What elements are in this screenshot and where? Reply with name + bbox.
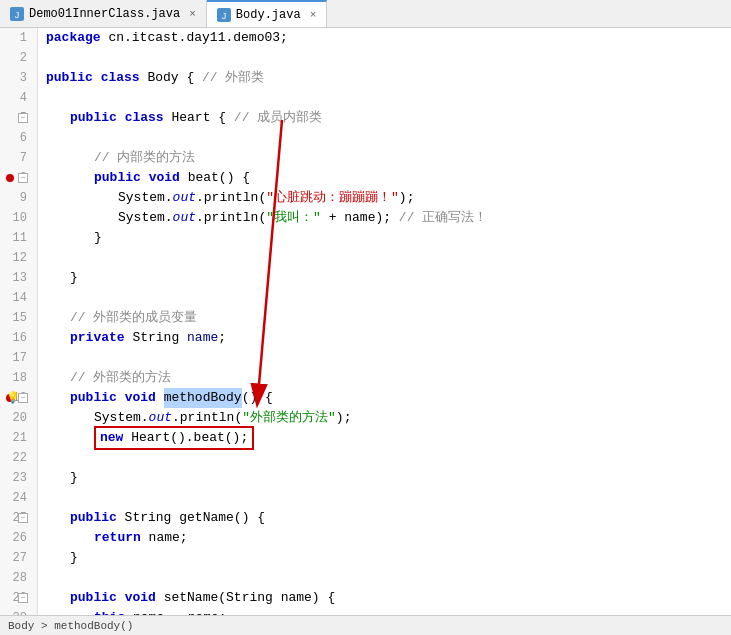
line-number-row: 26: [4, 528, 33, 548]
code-line: new Heart().beat();: [46, 428, 731, 448]
line-number-row: 13: [4, 268, 33, 288]
token-normal: Heart().beat();: [123, 430, 248, 445]
line-number: 1: [20, 28, 27, 48]
editor: 1234−567−89101112131415161718💡−192021222…: [0, 28, 731, 615]
line-number-row: 22: [4, 448, 33, 468]
line-number-row: 28: [4, 568, 33, 588]
token-normal: );: [399, 188, 415, 208]
code-line: [46, 48, 731, 68]
line-number-row: 4: [4, 88, 33, 108]
code-line: package cn.itcast.day11.demo03;: [46, 28, 731, 48]
line-number: 21: [13, 428, 27, 448]
token-kw: public: [70, 508, 117, 528]
fold-icon[interactable]: −: [18, 393, 28, 403]
line-number-row: 2: [4, 48, 33, 68]
line-number-row: −25: [4, 508, 33, 528]
line-number-row: 3: [4, 68, 33, 88]
breakpoint-dot[interactable]: [6, 174, 14, 182]
token-out-italic: out: [173, 208, 196, 228]
token-kw-void: void: [125, 388, 156, 408]
line-number-row: 18: [4, 368, 33, 388]
code-line: this.name = name;: [46, 608, 731, 615]
line-number: 28: [13, 568, 27, 588]
line-number-row: 12: [4, 248, 33, 268]
token-string: "外部类的方法": [242, 408, 336, 428]
token-normal: [117, 588, 125, 608]
line-number-row: 16: [4, 328, 33, 348]
tab-body-close[interactable]: ×: [310, 9, 317, 21]
token-normal: cn.itcast.day11.demo03;: [101, 28, 288, 48]
line-number-row: 6: [4, 128, 33, 148]
line-number: 6: [20, 128, 27, 148]
token-normal: beat() {: [180, 168, 250, 188]
line-number: 12: [13, 248, 27, 268]
line-number: 22: [13, 448, 27, 468]
tab-demo01-close[interactable]: ×: [189, 8, 196, 20]
token-normal: .name = name;: [125, 608, 226, 615]
line-number: 11: [13, 228, 27, 248]
svg-text:J: J: [222, 11, 227, 21]
fold-icon[interactable]: −: [18, 173, 28, 183]
token-kw-void: void: [125, 588, 156, 608]
line-number: 16: [13, 328, 27, 348]
line-number-row: 20: [4, 408, 33, 428]
token-string-red: "心脏跳动：蹦蹦蹦！": [266, 188, 399, 208]
token-kw: public: [70, 108, 117, 128]
code-line: // 外部类的方法: [46, 368, 731, 388]
code-line: [46, 348, 731, 368]
line-number: 24: [13, 488, 27, 508]
token-kw-void: void: [149, 168, 180, 188]
token-normal: System.: [118, 188, 173, 208]
code-line: System.out.println("心脏跳动：蹦蹦蹦！");: [46, 188, 731, 208]
status-text: Body > methodBody(): [8, 620, 133, 632]
token-normal: String getName() {: [117, 508, 265, 528]
code-line: [46, 248, 731, 268]
line-number: 23: [13, 468, 27, 488]
token-out-italic: out: [149, 408, 172, 428]
token-out-italic: out: [173, 188, 196, 208]
fold-icon[interactable]: −: [18, 513, 28, 523]
token-normal: [117, 108, 125, 128]
token-kw: public: [46, 68, 93, 88]
token-kw: public: [70, 388, 117, 408]
token-normal: Heart {: [164, 108, 234, 128]
tab-body[interactable]: J Body.java ×: [207, 0, 327, 27]
line-number: 9: [20, 188, 27, 208]
token-normal: [156, 388, 164, 408]
token-kw: class: [125, 108, 164, 128]
line-number: 30: [13, 608, 27, 615]
token-comment: // 成员内部类: [234, 108, 322, 128]
line-number: 3: [20, 68, 27, 88]
line-number-row: 10: [4, 208, 33, 228]
token-kw: return: [94, 528, 141, 548]
token-comment: // 外部类的成员变量: [70, 308, 197, 328]
token-kw: class: [101, 68, 140, 88]
token-comment: // 内部类的方法: [94, 148, 195, 168]
code-line: public void beat() {: [46, 168, 731, 188]
line-number-row: 7: [4, 148, 33, 168]
line-number-row: −5: [4, 108, 33, 128]
token-normal: setName(String name) {: [156, 588, 335, 608]
code-line: public void setName(String name) {: [46, 588, 731, 608]
fold-icon[interactable]: −: [18, 593, 28, 603]
token-field-name: name: [187, 328, 218, 348]
code-line: public void methodBody() {: [46, 388, 731, 408]
fold-icon[interactable]: −: [18, 113, 28, 123]
line-number-row: 23: [4, 468, 33, 488]
code-area[interactable]: package cn.itcast.day11.demo03;public cl…: [38, 28, 731, 615]
token-normal: String: [125, 328, 187, 348]
line-numbers: 1234−567−89101112131415161718💡−192021222…: [0, 28, 38, 615]
tab-demo01[interactable]: J Demo01InnerClass.java ×: [0, 0, 207, 27]
line-number: 15: [13, 308, 27, 328]
tab-body-label: Body.java: [236, 8, 301, 22]
code-line: [46, 568, 731, 588]
token-normal: () {: [242, 388, 273, 408]
java-file-icon-2: J: [217, 8, 231, 22]
line-number-row: 1: [4, 28, 33, 48]
tab-demo01-label: Demo01InnerClass.java: [29, 7, 180, 21]
line-number: 20: [13, 408, 27, 428]
line-number-row: 24: [4, 488, 33, 508]
line-number-row: 11: [4, 228, 33, 248]
line-number: 2: [20, 48, 27, 68]
token-normal: ;: [218, 328, 226, 348]
